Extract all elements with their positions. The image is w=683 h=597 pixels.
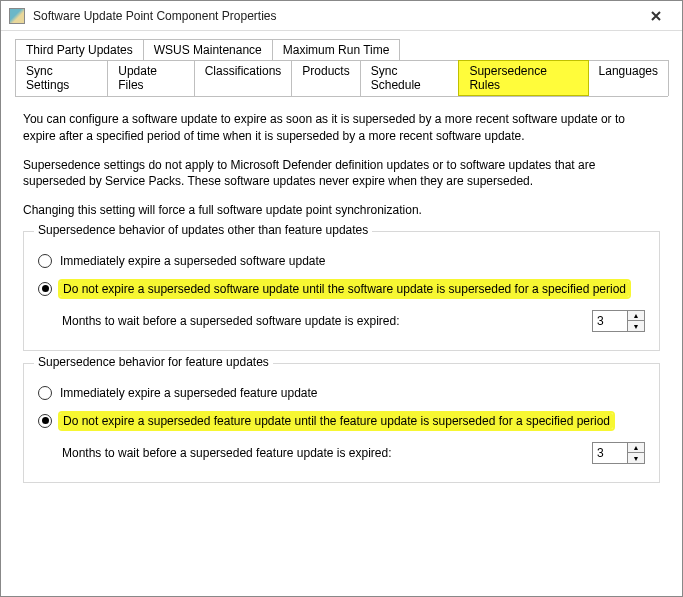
tab-wsus-maintenance[interactable]: WSUS Maintenance [143,39,273,60]
radio-immediate-expire-feature-label[interactable]: Immediately expire a superseded feature … [60,386,318,400]
tab-languages[interactable]: Languages [588,60,669,96]
dialog-window: Software Update Point Component Properti… [0,0,683,597]
radio-wait-period-nonfeature-row: Do not expire a superseded software upda… [38,282,645,296]
tabs-area: Third Party Updates WSUS Maintenance Max… [1,31,682,97]
group-feature-updates: Supersedence behavior for feature update… [23,363,660,483]
group-nonfeature-updates: Supersedence behavior of updates other t… [23,231,660,351]
radio-immediate-expire-feature-row: Immediately expire a superseded feature … [38,386,645,400]
spin-up-feature[interactable]: ▲ [628,443,644,453]
radio-immediate-expire-nonfeature-row: Immediately expire a superseded software… [38,254,645,268]
radio-immediate-expire-nonfeature-label[interactable]: Immediately expire a superseded software… [60,254,325,268]
tab-sync-schedule[interactable]: Sync Schedule [360,60,460,96]
months-input-feature[interactable] [593,443,627,463]
tab-supersedence-rules[interactable]: Supersedence Rules [458,60,588,96]
app-icon [9,8,25,24]
intro-paragraph-2: Supersedence settings do not apply to Mi… [23,157,660,191]
months-row-nonfeature: Months to wait before a superseded softw… [62,310,645,332]
highlighted-text: Do not expire a superseded software upda… [60,281,629,297]
intro-paragraph-1: You can configure a software update to e… [23,111,660,145]
radio-wait-period-nonfeature-label[interactable]: Do not expire a superseded software upda… [60,282,629,296]
months-spinner-feature: ▲ ▼ [592,442,645,464]
spin-down-feature[interactable]: ▼ [628,453,644,463]
tab-maximum-run-time[interactable]: Maximum Run Time [272,39,401,60]
tab-third-party-updates[interactable]: Third Party Updates [15,39,144,60]
group-legend-feature: Supersedence behavior for feature update… [34,355,273,369]
tab-update-files[interactable]: Update Files [107,60,194,96]
window-title: Software Update Point Component Properti… [33,9,638,23]
titlebar: Software Update Point Component Properti… [1,1,682,31]
radio-immediate-expire-feature[interactable] [38,386,52,400]
spin-buttons: ▲ ▼ [627,311,644,331]
tab-content: You can configure a software update to e… [1,97,682,497]
radio-wait-period-nonfeature[interactable] [38,282,52,296]
radio-immediate-expire-nonfeature[interactable] [38,254,52,268]
close-button[interactable] [638,5,674,27]
intro-paragraph-3: Changing this setting will force a full … [23,202,660,219]
highlighted-text: Do not expire a superseded feature updat… [60,413,613,429]
months-label-nonfeature: Months to wait before a superseded softw… [62,314,400,328]
tab-products[interactable]: Products [291,60,360,96]
spin-down-nonfeature[interactable]: ▼ [628,321,644,331]
radio-wait-period-feature[interactable] [38,414,52,428]
tab-row-bottom: Sync Settings Update Files Classificatio… [15,60,668,97]
spin-buttons: ▲ ▼ [627,443,644,463]
months-spinner-nonfeature: ▲ ▼ [592,310,645,332]
months-input-nonfeature[interactable] [593,311,627,331]
months-row-feature: Months to wait before a superseded featu… [62,442,645,464]
spin-up-nonfeature[interactable]: ▲ [628,311,644,321]
radio-wait-period-feature-row: Do not expire a superseded feature updat… [38,414,645,428]
tab-row-top: Third Party Updates WSUS Maintenance Max… [15,39,668,60]
months-label-feature: Months to wait before a superseded featu… [62,446,392,460]
radio-wait-period-feature-label[interactable]: Do not expire a superseded feature updat… [60,414,613,428]
tab-sync-settings[interactable]: Sync Settings [15,60,108,96]
tab-classifications[interactable]: Classifications [194,60,293,96]
group-legend-nonfeature: Supersedence behavior of updates other t… [34,223,372,237]
close-icon [651,11,661,21]
